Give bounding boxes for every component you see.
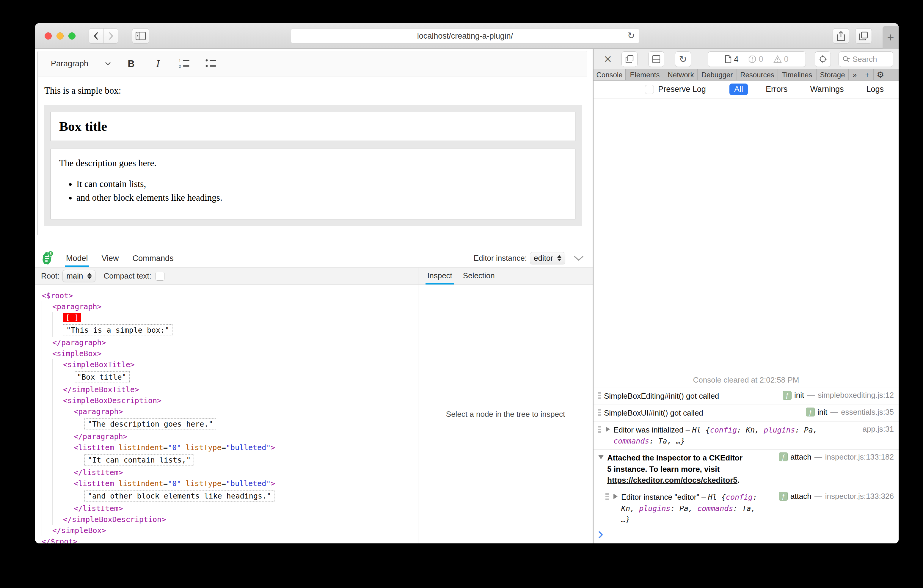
source-file-link[interactable]: essentials.js:35 xyxy=(841,407,894,417)
tree-row[interactable]: <simpleBoxTitle> xyxy=(42,359,418,370)
sidebar-toggle-button[interactable] xyxy=(132,28,149,44)
console-row[interactable]: Editor instance "editor" – Hl {config: K… xyxy=(593,489,898,528)
tree-row[interactable]: <$root> xyxy=(42,290,418,301)
share-button[interactable] xyxy=(833,28,849,44)
tree-row[interactable]: </simpleBox> xyxy=(42,525,418,536)
simplebox-title[interactable]: Box title xyxy=(51,112,575,141)
wi-tab-resources[interactable]: Resources xyxy=(737,69,778,80)
disclosure-open-icon[interactable] xyxy=(598,455,604,459)
wi-tab-network[interactable]: Network xyxy=(664,69,698,80)
root-select[interactable]: main xyxy=(62,270,95,282)
editor-paragraph[interactable]: This is a simple box: xyxy=(44,85,581,96)
dock-bottom-button[interactable] xyxy=(648,51,664,67)
wi-tab-storage[interactable]: Storage xyxy=(816,69,849,80)
tree-row[interactable]: <simpleBoxDescription> xyxy=(42,395,418,406)
wi-tab-debugger[interactable]: Debugger xyxy=(698,69,737,80)
log-source[interactable]: app.js:31 xyxy=(855,424,894,434)
compact-text-checkbox[interactable] xyxy=(156,272,164,281)
log-source[interactable]: fattach—inspector.js:133:326 xyxy=(775,492,894,501)
preserve-log-checkbox[interactable] xyxy=(645,85,654,94)
inspector-tab-view[interactable]: View xyxy=(100,254,120,267)
tree-row[interactable]: "and other block elements like headings.… xyxy=(42,489,418,503)
disclosure-closed-icon[interactable] xyxy=(606,427,610,432)
tree-row[interactable]: </listItem> xyxy=(42,467,418,478)
issues-summary-button[interactable]: 4 0 xyxy=(708,51,806,67)
tab-overview-button[interactable] xyxy=(855,28,872,44)
disclosure-closed-icon[interactable] xyxy=(613,494,618,499)
scope-all[interactable]: All xyxy=(729,84,748,95)
tree-row[interactable]: </listItem> xyxy=(42,503,418,514)
log-source[interactable]: finit—simpleboxediting.js:12 xyxy=(778,391,894,400)
close-inspector-button[interactable]: ✕ xyxy=(604,53,612,65)
wi-tab-add-tab[interactable]: + xyxy=(861,69,874,80)
bold-button[interactable]: B xyxy=(125,57,138,70)
scope-errors[interactable]: Errors xyxy=(761,84,792,95)
list-item[interactable]: It can contain lists, xyxy=(76,179,567,189)
console-row[interactable]: Editor was initialized – Hl {config: Kn,… xyxy=(593,422,898,450)
wi-tab-console[interactable]: Console xyxy=(593,69,626,80)
warning-count-value: 0 xyxy=(784,55,788,64)
tree-row[interactable]: </simpleBoxDescription> xyxy=(42,514,418,525)
wi-tab-settings[interactable]: ⚙ xyxy=(874,69,887,80)
tree-row[interactable]: </$root> xyxy=(42,536,418,544)
inspector-tab-model[interactable]: Model xyxy=(65,254,89,267)
tree-row[interactable]: <listItem listIndent="0" listType="bulle… xyxy=(42,442,418,453)
chevron-down-icon[interactable] xyxy=(105,62,111,66)
console-row[interactable]: Attached the inspector to a CKEditor 5 i… xyxy=(593,450,898,489)
url-address-field[interactable]: localhost/creating-a-plugin/ ↻ xyxy=(291,28,639,44)
source-file-link[interactable]: inspector.js:133:182 xyxy=(825,452,894,462)
zoom-window-button[interactable] xyxy=(68,33,76,39)
console-row[interactable]: SimpleBoxEditing#init() got calledfinit—… xyxy=(593,388,898,404)
log-source[interactable]: fattach—inspector.js:133:182 xyxy=(775,452,894,462)
wi-tab-more-tabs[interactable]: » xyxy=(849,69,861,80)
console-row[interactable]: SimpleBoxUI#init() got calledfinit—essen… xyxy=(593,404,898,422)
source-file-link[interactable]: app.js:31 xyxy=(862,424,894,434)
numbered-list-button[interactable]: 1 2 xyxy=(178,57,191,70)
wi-tab-timelines[interactable]: Timelines xyxy=(778,69,816,80)
tree-row[interactable]: </paragraph> xyxy=(42,337,418,348)
tree-row[interactable]: <paragraph> xyxy=(42,301,418,312)
tree-row[interactable]: <paragraph> xyxy=(42,406,418,417)
pane-tab-selection[interactable]: Selection xyxy=(461,271,497,284)
bulleted-list-button[interactable] xyxy=(205,57,218,70)
tree-row[interactable]: </simpleBoxTitle> xyxy=(42,384,418,395)
close-window-button[interactable] xyxy=(44,33,52,39)
wi-tab-elements[interactable]: Elements xyxy=(626,69,664,80)
simplebox-description[interactable]: The description goes here. It can contai… xyxy=(51,149,575,219)
pane-tab-inspect[interactable]: Inspect xyxy=(425,271,454,284)
console-input-row[interactable] xyxy=(593,528,898,544)
source-file-link[interactable]: simpleboxediting.js:12 xyxy=(818,391,894,400)
paragraph-dropdown[interactable]: Paragraph xyxy=(51,59,88,68)
italic-button[interactable]: I xyxy=(151,57,164,70)
simplebox-widget[interactable]: Box title The description goes here. It … xyxy=(44,105,582,226)
new-tab-button[interactable]: + xyxy=(882,26,898,49)
docs-link[interactable]: https://ckeditor.com/docs/ckeditor5 xyxy=(607,476,737,485)
reload-page-button[interactable]: ↻ xyxy=(675,51,691,67)
tree-row[interactable]: [ ] xyxy=(42,312,418,323)
forward-button[interactable] xyxy=(103,28,118,44)
source-file-link[interactable]: inspector.js:133:326 xyxy=(825,492,894,501)
dock-side-button[interactable] xyxy=(621,51,637,67)
tree-row[interactable]: <simpleBox> xyxy=(42,348,418,359)
description-list[interactable]: It can contain lists,and other block ele… xyxy=(64,179,567,203)
collapse-inspector-button[interactable] xyxy=(573,256,584,261)
tree-row[interactable]: </paragraph> xyxy=(42,431,418,442)
scope-warnings[interactable]: Warnings xyxy=(805,84,848,95)
tree-row[interactable]: "This is a simple box:" xyxy=(42,323,418,337)
element-picker-button[interactable] xyxy=(815,51,831,67)
tree-row[interactable]: "Box title" xyxy=(42,370,418,384)
tree-row[interactable]: <listItem listIndent="0" listType="bulle… xyxy=(42,478,418,489)
editor-editable-area[interactable]: This is a simple box: Box title The desc… xyxy=(38,76,587,235)
editor-instance-select[interactable]: editor xyxy=(530,252,565,264)
back-button[interactable] xyxy=(89,28,103,44)
reload-icon[interactable]: ↻ xyxy=(627,30,635,41)
inspector-tab-commands[interactable]: Commands xyxy=(131,254,175,267)
scope-logs[interactable]: Logs xyxy=(861,84,889,95)
list-item[interactable]: and other block elements like headings. xyxy=(76,192,567,203)
tree-row[interactable]: "It can contain lists," xyxy=(42,453,418,467)
search-field[interactable]: Search xyxy=(839,51,893,67)
minimize-window-button[interactable] xyxy=(56,33,64,39)
description-paragraph[interactable]: The description goes here. xyxy=(59,158,567,169)
log-source[interactable]: finit—essentials.js:35 xyxy=(801,407,894,417)
tree-row[interactable]: "The description goes here." xyxy=(42,417,418,431)
